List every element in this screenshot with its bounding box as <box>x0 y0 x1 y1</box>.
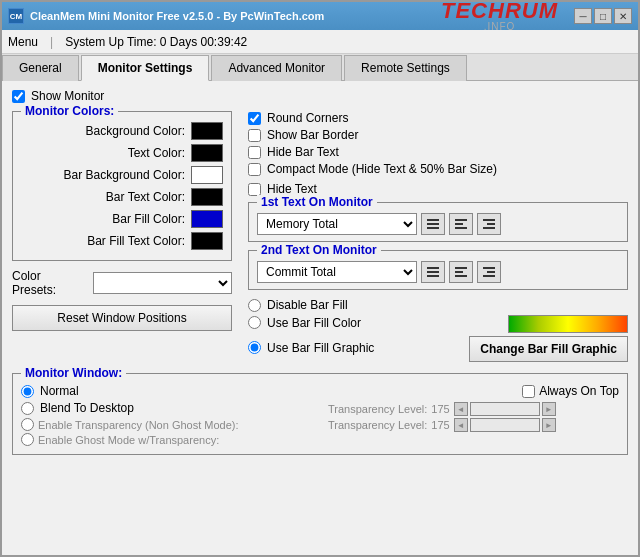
transparency-level-2-value: 175 <box>431 419 449 431</box>
second-text-select[interactable]: Commit Total Memory Total Memory Free Me… <box>257 261 417 283</box>
ghost-mode-radio[interactable] <box>21 433 34 446</box>
menu-bar: Menu | System Up Time: 0 Days 00:39:42 <box>2 30 638 54</box>
tab-general[interactable]: General <box>2 55 79 81</box>
tab-monitor-settings[interactable]: Monitor Settings <box>81 55 210 81</box>
use-bar-fill-color-label: Use Bar Fill Color <box>267 316 361 330</box>
normal-mode-radio[interactable] <box>21 385 34 398</box>
svg-rect-8 <box>483 227 495 229</box>
show-bar-border-checkbox[interactable] <box>248 129 261 142</box>
svg-rect-4 <box>455 223 463 225</box>
compact-mode-label: Compact Mode (Hide Text & 50% Bar Size) <box>267 162 497 176</box>
use-graphic-radio-row: Use Bar Fill Graphic <box>248 341 374 355</box>
always-on-top-checkbox[interactable] <box>522 385 535 398</box>
uptime-label: System Up Time: 0 Days 00:39:42 <box>65 35 247 49</box>
svg-rect-17 <box>483 275 495 277</box>
change-bar-fill-graphic-button[interactable]: Change Bar Fill Graphic <box>469 336 628 362</box>
svg-rect-7 <box>487 223 495 225</box>
window-title: CleanMem Mini Monitor Free v2.5.0 - By P… <box>30 10 324 22</box>
monitor-window-left: Normal Blend To Desktop Enable Transpare… <box>21 384 312 448</box>
bar-fill-text-color-label: Bar Fill Text Color: <box>21 234 185 248</box>
transparency-level-2-label: Transparency Level: <box>328 419 427 431</box>
transparency-slider-1-track[interactable] <box>470 402 540 416</box>
monitor-window-content: Normal Blend To Desktop Enable Transpare… <box>21 384 619 448</box>
bar-fill-section: Disable Bar Fill Use Bar Fill Color Use … <box>248 298 628 362</box>
use-bar-fill-graphic-radio[interactable] <box>248 341 261 354</box>
hide-bar-text-row: Hide Bar Text <box>248 145 628 159</box>
second-text-row: Commit Total Memory Total Memory Free Me… <box>257 261 619 283</box>
color-presets-row: Color Presets: <box>12 269 232 297</box>
bar-fill-color-label: Bar Fill Color: <box>21 212 185 226</box>
hide-bar-text-checkbox[interactable] <box>248 146 261 159</box>
svg-rect-11 <box>427 275 439 277</box>
show-monitor-checkbox[interactable] <box>12 90 25 103</box>
transparency-slider-2-right[interactable]: ► <box>542 418 556 432</box>
round-corners-checkbox[interactable] <box>248 112 261 125</box>
transparency-slider-1-left[interactable]: ◄ <box>454 402 468 416</box>
show-monitor-row: Show Monitor <box>12 89 628 103</box>
bar-fill-text-color-row: Bar Fill Text Color: <box>21 232 223 250</box>
text-color-swatch[interactable] <box>191 144 223 162</box>
round-corners-row: Round Corners <box>248 111 628 125</box>
transparency-slider-2-track[interactable] <box>470 418 540 432</box>
transparency-slider-2-left[interactable]: ◄ <box>454 418 468 432</box>
content-area: Show Monitor Monitor Colors: Background … <box>2 81 638 555</box>
close-button[interactable]: ✕ <box>614 8 632 24</box>
first-text-select[interactable]: Memory Total Memory Free Memory Used Com… <box>257 213 417 235</box>
color-presets-select[interactable] <box>93 272 232 294</box>
window-controls: ─ □ ✕ <box>574 8 632 24</box>
text-color-label: Text Color: <box>21 146 185 160</box>
always-on-top-label: Always On Top <box>539 384 619 398</box>
svg-rect-13 <box>455 271 463 273</box>
maximize-button[interactable]: □ <box>594 8 612 24</box>
bar-fill-color-row: Bar Fill Color: <box>21 210 223 228</box>
first-text-btn2[interactable] <box>449 213 473 235</box>
second-text-btn1[interactable] <box>421 261 445 283</box>
use-bar-fill-graphic-label: Use Bar Fill Graphic <box>267 341 374 355</box>
svg-rect-1 <box>427 223 439 225</box>
bar-bg-color-swatch[interactable] <box>191 166 223 184</box>
gradient-bar <box>508 315 628 333</box>
svg-rect-14 <box>455 275 467 277</box>
transparency-slider-2-container: ◄ ► <box>454 418 556 432</box>
compact-mode-row: Compact Mode (Hide Text & 50% Bar Size) <box>248 162 628 176</box>
svg-rect-5 <box>455 227 467 229</box>
transparency-slider-1-container: ◄ ► <box>454 402 556 416</box>
techrum-logo: TECHRUM .INFO <box>441 0 558 32</box>
first-text-btn1[interactable] <box>421 213 445 235</box>
bar-bg-color-label: Bar Background Color: <box>21 168 185 182</box>
svg-rect-10 <box>427 271 439 273</box>
hide-text-checkbox[interactable] <box>248 183 261 196</box>
normal-mode-label: Normal <box>40 384 79 398</box>
second-text-btn2[interactable] <box>449 261 473 283</box>
svg-rect-3 <box>455 219 467 221</box>
bar-fill-color-swatch[interactable] <box>191 210 223 228</box>
use-graphic-row: Use Bar Fill Graphic Change Bar Fill Gra… <box>248 336 628 362</box>
disable-bar-fill-row: Disable Bar Fill <box>248 298 628 312</box>
monitor-window-group: Monitor Window: Normal Blend To Desktop … <box>12 373 628 455</box>
transparency-slider-1-right[interactable]: ► <box>542 402 556 416</box>
main-window: CM CleanMem Mini Monitor Free v2.5.0 - B… <box>0 0 640 557</box>
enable-transparency-label: Enable Transparency (Non Ghost Mode): <box>38 419 239 431</box>
use-bar-fill-color-radio[interactable] <box>248 316 261 329</box>
bg-color-swatch[interactable] <box>191 122 223 140</box>
tab-advanced-monitor[interactable]: Advanced Monitor <box>211 55 342 81</box>
always-on-top-row: Always On Top <box>328 384 619 398</box>
compact-mode-checkbox[interactable] <box>248 163 261 176</box>
show-monitor-label: Show Monitor <box>31 89 104 103</box>
disable-bar-fill-radio[interactable] <box>248 299 261 312</box>
second-text-btn3[interactable] <box>477 261 501 283</box>
first-text-btn3[interactable] <box>477 213 501 235</box>
main-columns: Monitor Colors: Background Color: Text C… <box>12 111 628 365</box>
bar-text-color-swatch[interactable] <box>191 188 223 206</box>
minimize-button[interactable]: ─ <box>574 8 592 24</box>
normal-radio-row: Normal <box>21 384 312 398</box>
app-icon: CM <box>8 8 24 24</box>
reset-window-positions-button[interactable]: Reset Window Positions <box>12 305 232 331</box>
tab-remote-settings[interactable]: Remote Settings <box>344 55 467 81</box>
blend-mode-radio[interactable] <box>21 402 34 415</box>
bg-color-label: Background Color: <box>21 124 185 138</box>
bar-fill-text-color-swatch[interactable] <box>191 232 223 250</box>
first-text-group: 1st Text On Monitor Memory Total Memory … <box>248 202 628 242</box>
menu-item[interactable]: Menu <box>8 35 38 49</box>
enable-transparency-radio[interactable] <box>21 418 34 431</box>
